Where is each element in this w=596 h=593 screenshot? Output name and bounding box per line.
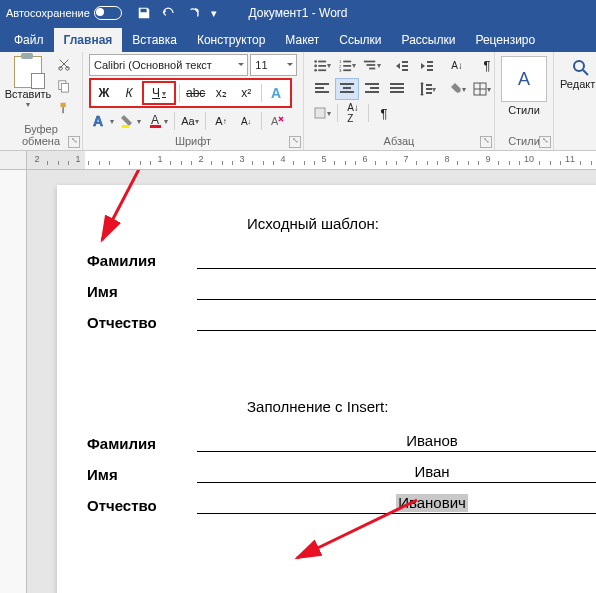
shading-icon-2[interactable]: ▾ [310,102,334,124]
group-label-font: Шрифт [89,133,297,150]
document-area: Исходный шаблон: Фамилия Имя Отчество За… [0,170,596,593]
line-spacing-button[interactable]: ▾ [415,78,439,100]
numbering-button[interactable]: 123▾ [335,54,359,76]
paste-button[interactable]: Вставить ▾ [6,54,50,118]
tab-insert[interactable]: Вставка [122,28,187,52]
svg-text:A: A [151,113,159,127]
svg-text:3: 3 [339,68,342,72]
copy-button[interactable] [52,76,76,96]
underline-button[interactable]: Ч ▾ [142,81,176,105]
value-surname: Иванов [406,432,458,450]
change-case-button[interactable]: Aa▾ [178,110,202,132]
autosave-label: Автосохранение [6,7,90,19]
shrink-font-button[interactable]: A↓ [234,110,258,132]
label-name: Имя [87,283,197,300]
field-row-patronymic-2: Отчество Иванович [87,495,596,514]
title-bar: Автосохранение ▾ Документ1 - Word [0,0,596,26]
clear-formatting-button[interactable]: A [265,110,289,132]
text-effects-button[interactable]: A [265,82,289,104]
font-size-combo[interactable]: 11 [250,54,297,76]
document-title: Документ1 - Word [248,6,347,20]
svg-rect-40 [315,108,325,118]
cut-button[interactable] [52,54,76,74]
increase-indent-button[interactable] [415,54,439,76]
svg-rect-34 [390,83,404,85]
strikethrough-button[interactable]: abc [183,82,208,104]
shading-button[interactable]: ▾ [445,78,469,100]
value-line: Иванов [197,433,596,452]
find-icon[interactable] [571,58,591,78]
decrease-indent-button[interactable] [390,54,414,76]
ruler-horizontal[interactable]: 211234567891011 [27,151,596,170]
ruler-horizontal-area: 211234567891011 [0,151,596,170]
align-center-button[interactable] [335,78,359,100]
blank-line [197,250,596,269]
tab-mailings[interactable]: Рассылки [392,28,466,52]
tab-home[interactable]: Главная [54,28,123,52]
sort-button[interactable]: A↓ [445,54,469,76]
qat-customize-icon[interactable]: ▾ [211,7,217,20]
highlight-button[interactable]: ▾ [118,110,144,132]
format-painter-button[interactable] [52,98,76,118]
blank-line [197,312,596,331]
svg-point-10 [314,60,317,63]
sort-2-button[interactable]: A↓Z [341,102,365,124]
group-styles: A Стили Стили ⤡ [495,52,554,150]
tab-references[interactable]: Ссылки [329,28,391,52]
paragraph-marks-button[interactable]: ¶ [372,102,396,124]
align-left-button[interactable] [310,78,334,100]
document-canvas[interactable]: Исходный шаблон: Фамилия Имя Отчество За… [27,170,596,593]
svg-text:A: A [271,115,279,127]
svg-rect-17 [343,61,351,63]
ribbon: Вставить ▾ Буфер обмена ⤡ Calibri (Основ… [0,52,596,151]
tab-file[interactable]: Файл [4,28,54,52]
styles-launcher-icon[interactable]: ⤡ [539,136,551,148]
svg-point-41 [574,61,584,71]
label-patronymic: Отчество [87,314,197,331]
superscript-button[interactable]: x² [234,82,258,104]
styles-gallery-button[interactable]: A [501,56,547,102]
tab-layout[interactable]: Макет [275,28,329,52]
justify-button[interactable] [385,78,409,100]
svg-rect-11 [318,61,326,63]
tab-review[interactable]: Рецензиро [465,28,545,52]
svg-rect-8 [150,125,161,128]
multilevel-list-button[interactable]: ▾ [360,54,384,76]
grow-font-button[interactable]: A↑ [209,110,233,132]
field-row-name-1: Имя [87,281,596,300]
paragraph-launcher-icon[interactable]: ⤡ [480,136,492,148]
subscript-button[interactable]: x₂ [209,82,233,104]
font-launcher-icon[interactable]: ⤡ [289,136,301,148]
autosave-toggle[interactable]: Автосохранение [6,6,122,20]
bold-button[interactable]: Ж [92,82,116,104]
italic-button[interactable]: К [117,82,141,104]
svg-rect-31 [365,83,379,85]
svg-rect-25 [315,83,329,85]
svg-point-14 [314,69,317,72]
field-row-name-2: Имя Иван [87,464,596,483]
svg-rect-30 [340,91,354,93]
svg-rect-36 [390,91,404,93]
redo-icon[interactable] [187,6,201,20]
paste-icon [14,56,42,88]
clipboard-launcher-icon[interactable]: ⤡ [68,136,80,148]
group-editing: Редакти [554,52,596,150]
toggle-off-icon[interactable] [94,6,122,20]
tab-design[interactable]: Конструктор [187,28,275,52]
borders-button[interactable]: ▾ [470,78,494,100]
undo-icon[interactable] [161,6,177,20]
page: Исходный шаблон: Фамилия Имя Отчество За… [57,185,596,593]
svg-point-12 [314,65,317,68]
align-right-button[interactable] [360,78,384,100]
svg-rect-32 [370,87,379,89]
font-color-button[interactable]: A▾ [145,110,171,132]
label-surname: Фамилия [87,252,197,269]
field-row-surname-2: Фамилия Иванов [87,433,596,452]
svg-rect-33 [365,91,379,93]
text-effects-gallery-button[interactable]: A▾ [89,110,117,132]
save-icon[interactable] [137,6,151,20]
font-name-combo[interactable]: Calibri (Основной текст [89,54,248,76]
label-surname: Фамилия [87,435,197,452]
bullets-button[interactable]: ▾ [310,54,334,76]
ruler-vertical[interactable] [0,170,27,593]
